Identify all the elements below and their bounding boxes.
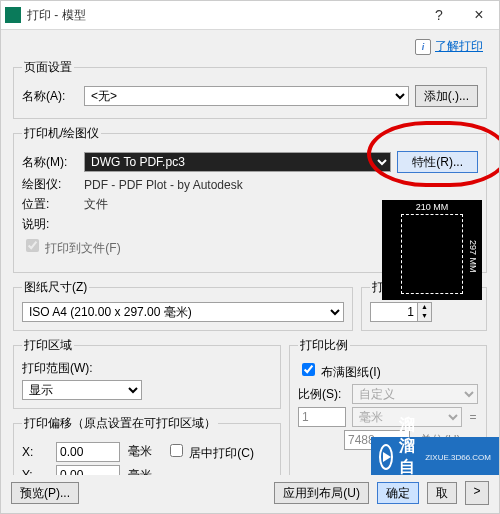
- titlebar-help-button[interactable]: ?: [419, 7, 459, 23]
- scale-num1-input: [298, 407, 346, 427]
- spin-up-icon[interactable]: ▲: [417, 303, 431, 312]
- info-icon: i: [415, 39, 431, 55]
- copies-spinner[interactable]: 1 ▲▼: [370, 302, 432, 322]
- help-link[interactable]: 了解打印: [435, 38, 483, 55]
- add-page-setup-button[interactable]: 添加(.)...: [415, 85, 478, 107]
- center-checkbox-label[interactable]: 居中打印(C): [166, 441, 254, 462]
- print-dialog: 打印 - 模型 ? × i 了解打印 页面设置 名称(A): <无> 添加(.)…: [0, 0, 500, 514]
- app-icon: [5, 7, 21, 23]
- plot-offset-legend: 打印偏移（原点设置在可打印区域）: [22, 415, 218, 432]
- printer-legend: 打印机/绘图仪: [22, 125, 101, 142]
- offset-x-input[interactable]: [56, 442, 120, 462]
- watermark-sub: ZIXUE.3D66.COM: [425, 453, 491, 462]
- print-to-file-input: [26, 239, 39, 252]
- page-setup-legend: 页面设置: [22, 59, 74, 76]
- fit-to-paper-checkbox[interactable]: [302, 363, 315, 376]
- plot-range-combo[interactable]: 显示: [22, 380, 142, 400]
- play-icon: [379, 444, 393, 470]
- location-value: 文件: [84, 196, 108, 213]
- fit-to-paper-checkbox-label[interactable]: 布满图纸(I): [298, 365, 381, 379]
- titlebar: 打印 - 模型 ? ×: [1, 1, 499, 30]
- preview-width-label: 210 MM: [416, 202, 449, 212]
- print-to-file-checkbox: 打印到文件(F): [22, 236, 121, 257]
- dialog-footer: 预览(P)... 应用到布局(U) 确定 取 >: [1, 475, 499, 513]
- scale-ratio-label: 比例(S):: [298, 386, 346, 403]
- cancel-button[interactable]: 取: [427, 482, 457, 504]
- page-name-combo[interactable]: <无>: [84, 86, 409, 106]
- spin-down-icon[interactable]: ▼: [417, 312, 431, 321]
- expand-button[interactable]: >: [465, 481, 489, 505]
- scale-ratio-combo: 自定义: [352, 384, 478, 404]
- plot-area-group: 打印区域 打印范围(W): 显示: [13, 337, 281, 409]
- copies-value: 1: [371, 305, 417, 319]
- paper-size-legend: 图纸尺寸(Z): [22, 279, 89, 296]
- description-label: 说明:: [22, 216, 78, 233]
- center-checkbox[interactable]: [170, 444, 183, 457]
- printer-properties-button[interactable]: 特性(R)...: [397, 151, 478, 173]
- scale-equals: =: [468, 410, 478, 424]
- paper-size-combo[interactable]: ISO A4 (210.00 x 297.00 毫米): [22, 302, 344, 322]
- page-setup-group: 页面设置 名称(A): <无> 添加(.)...: [13, 59, 487, 119]
- plot-area-legend: 打印区域: [22, 337, 74, 354]
- printer-name-label: 名称(M):: [22, 154, 78, 171]
- preview-height-label: 297 MM: [468, 240, 478, 273]
- watermark-banner: 溜溜自学 ZIXUE.3D66.COM: [371, 437, 499, 477]
- offset-x-label: X:: [22, 445, 50, 459]
- printer-group: 打印机/绘图仪 名称(M): DWG To PDF.pc3 特性(R)... 绘…: [13, 125, 487, 273]
- paper-preview: 210 MM 297 MM: [382, 200, 482, 300]
- paper-size-group: 图纸尺寸(Z) ISO A4 (210.00 x 297.00 毫米): [13, 279, 353, 331]
- location-label: 位置:: [22, 196, 78, 213]
- plotter-label: 绘图仪:: [22, 176, 78, 193]
- ok-button[interactable]: 确定: [377, 482, 419, 504]
- window-title: 打印 - 模型: [27, 7, 419, 24]
- plot-range-label: 打印范围(W):: [22, 360, 272, 377]
- plot-scale-legend: 打印比例: [298, 337, 350, 354]
- preview-paper-icon: [401, 214, 463, 294]
- printer-name-combo[interactable]: DWG To PDF.pc3: [84, 152, 391, 172]
- titlebar-close-button[interactable]: ×: [459, 6, 499, 24]
- page-name-label: 名称(A):: [22, 88, 78, 105]
- preview-button[interactable]: 预览(P)...: [11, 482, 79, 504]
- plotter-value: PDF - PDF Plot - by Autodesk: [84, 178, 243, 192]
- offset-x-unit: 毫米: [128, 443, 152, 460]
- apply-layout-button[interactable]: 应用到布局(U): [274, 482, 369, 504]
